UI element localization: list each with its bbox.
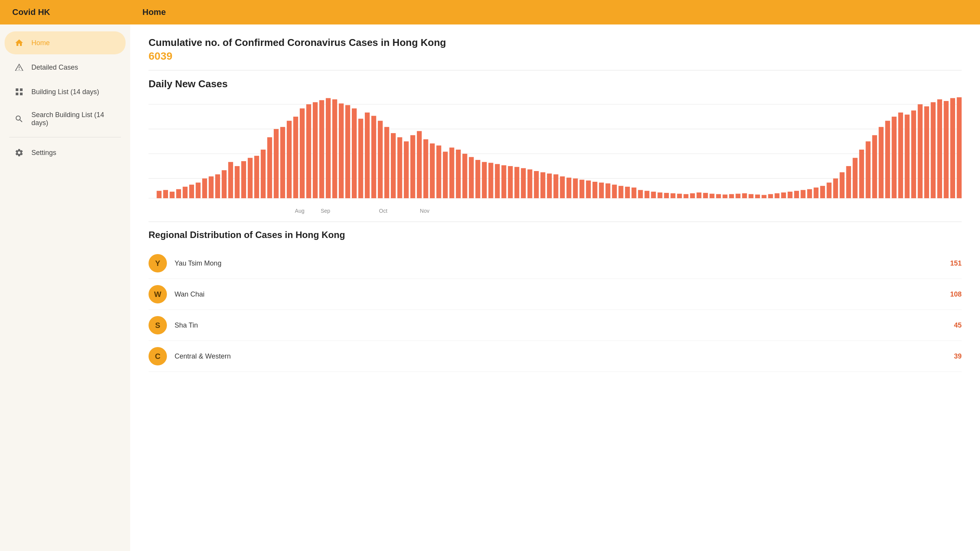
svg-rect-28 (306, 104, 311, 199)
region-name-wan-chai: Wan Chai (175, 290, 931, 298)
svg-rect-108 (826, 183, 831, 198)
svg-rect-45 (417, 131, 422, 199)
svg-rect-47 (430, 143, 435, 198)
home-icon (14, 37, 24, 48)
svg-rect-103 (794, 191, 799, 198)
svg-rect-30 (319, 100, 324, 198)
svg-rect-78 (632, 187, 637, 198)
region-item-yau-tsim-mong: Y Yau Tsim Mong 151 (149, 248, 962, 279)
search-icon (14, 114, 24, 124)
svg-rect-68 (567, 178, 572, 198)
region-avatar-w: W (149, 285, 167, 303)
svg-rect-126 (944, 101, 949, 198)
svg-rect-73 (599, 183, 604, 198)
region-avatar-c: C (149, 347, 167, 365)
region-count-sha-tin: 45 (939, 321, 962, 329)
region-name-sha-tin: Sha Tin (175, 321, 931, 329)
svg-rect-128 (957, 97, 962, 198)
svg-rect-112 (853, 158, 858, 199)
sidebar: Home Detailed Cases Building List (14 da… (0, 24, 130, 551)
svg-rect-34 (345, 105, 350, 198)
svg-rect-23 (274, 129, 279, 198)
sidebar-item-settings[interactable]: Settings (5, 141, 126, 164)
svg-rect-92 (723, 194, 728, 198)
daily-cases-section: Daily New Cases (149, 78, 962, 214)
cumulative-section: Cumulative no. of Confirmed Coronavirus … (149, 37, 962, 62)
svg-rect-38 (371, 116, 376, 198)
svg-rect-60 (514, 167, 519, 198)
svg-rect-76 (619, 186, 624, 198)
svg-rect-127 (950, 98, 955, 198)
daily-cases-title: Daily New Cases (149, 78, 962, 90)
svg-rect-35 (352, 108, 357, 198)
chart-svg (149, 96, 962, 203)
sidebar-divider (9, 137, 121, 137)
svg-rect-16 (228, 162, 233, 198)
svg-rect-19 (248, 158, 253, 199)
svg-rect-22 (267, 137, 272, 198)
region-item-wan-chai: W Wan Chai 108 (149, 279, 962, 310)
region-name-yau-tsim-mong: Yau Tsim Mong (175, 259, 931, 267)
sidebar-item-detailed-cases[interactable]: Detailed Cases (5, 56, 126, 79)
chart-label-aug: Aug (295, 208, 304, 214)
svg-rect-32 (332, 99, 337, 198)
svg-rect-119 (898, 112, 903, 198)
svg-rect-74 (606, 183, 611, 198)
svg-rect-40 (384, 127, 389, 198)
svg-rect-20 (254, 156, 259, 198)
chart-x-labels: Aug Sep Oct Nov (149, 206, 962, 214)
svg-rect-122 (918, 104, 923, 199)
svg-rect-21 (261, 150, 266, 198)
svg-rect-118 (892, 117, 897, 198)
region-count-wan-chai: 108 (939, 290, 962, 298)
region-avatar-y: Y (149, 254, 167, 272)
svg-rect-12 (202, 178, 207, 198)
svg-rect-95 (742, 193, 747, 198)
svg-rect-65 (547, 173, 552, 198)
svg-rect-83 (664, 193, 669, 198)
svg-rect-18 (241, 161, 246, 198)
svg-rect-104 (800, 190, 805, 199)
svg-rect-53 (469, 157, 474, 198)
svg-rect-77 (625, 187, 630, 198)
svg-rect-116 (879, 127, 884, 198)
svg-rect-82 (658, 192, 663, 198)
svg-rect-13 (209, 176, 214, 198)
sidebar-detailed-cases-label: Detailed Cases (31, 64, 78, 72)
svg-rect-69 (573, 178, 578, 198)
svg-rect-93 (729, 194, 734, 198)
sidebar-item-search-building[interactable]: Search Building List (14 days) (5, 105, 126, 133)
content-area: Cumulative no. of Confirmed Coronavirus … (130, 24, 980, 551)
sidebar-building-list-label: Building List (14 days) (31, 88, 99, 96)
svg-rect-25 (287, 121, 292, 198)
svg-rect-7 (170, 192, 175, 198)
sidebar-home-label: Home (31, 39, 50, 47)
svg-rect-90 (710, 194, 715, 198)
svg-rect-109 (833, 178, 838, 198)
svg-rect-58 (501, 165, 506, 198)
svg-rect-97 (755, 194, 760, 198)
svg-rect-100 (774, 193, 779, 198)
svg-rect-64 (541, 172, 546, 198)
svg-rect-61 (521, 168, 526, 198)
sidebar-item-home[interactable]: Home (5, 31, 126, 54)
svg-rect-107 (820, 186, 825, 198)
svg-rect-42 (397, 137, 402, 198)
alert-icon (14, 62, 24, 73)
svg-rect-54 (475, 160, 480, 198)
svg-rect-49 (443, 152, 448, 198)
region-avatar-s: S (149, 316, 167, 334)
svg-rect-79 (638, 190, 643, 199)
svg-rect-87 (690, 193, 695, 198)
region-list: Y Yau Tsim Mong 151 W Wan Chai 108 S Sha… (149, 248, 962, 372)
svg-rect-101 (781, 192, 786, 198)
gear-icon (14, 147, 24, 158)
svg-rect-52 (462, 154, 467, 198)
svg-rect-27 (300, 108, 305, 198)
svg-rect-59 (508, 166, 513, 198)
svg-rect-51 (456, 150, 461, 198)
svg-rect-66 (554, 174, 559, 198)
svg-rect-106 (813, 187, 818, 198)
svg-rect-99 (768, 194, 773, 198)
sidebar-item-building-list[interactable]: Building List (14 days) (5, 80, 126, 103)
